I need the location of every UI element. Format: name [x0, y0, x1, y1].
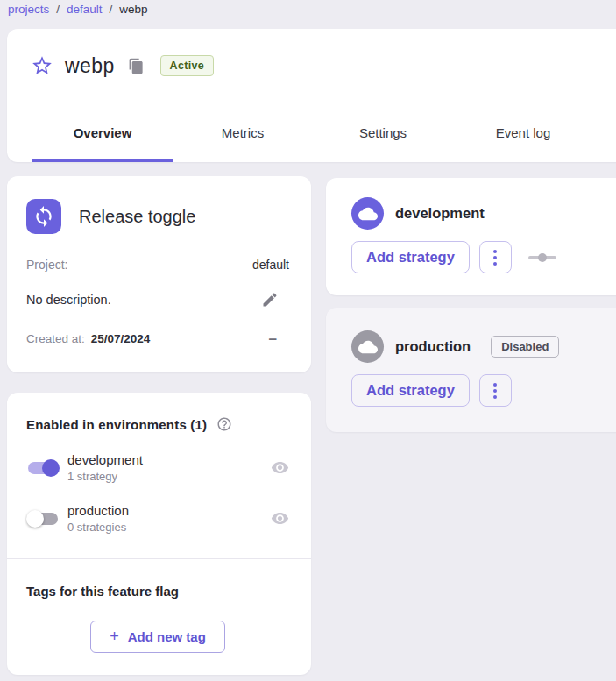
feature-flag-page: projects / default / webp webp Active Ov… — [0, 0, 616, 681]
add-strategy-button[interactable]: Add strategy — [351, 241, 470, 273]
add-new-tag-label: Add new tag — [128, 629, 206, 644]
status-badge: Active — [160, 55, 214, 76]
project-label: Project: — [26, 258, 67, 272]
kebab-menu-icon[interactable] — [479, 374, 512, 407]
environment-strategy-count: 0 strategies — [67, 521, 129, 534]
description-row: No description. — [26, 291, 289, 309]
copy-icon[interactable] — [128, 58, 145, 74]
feature-header-card: webp Active Overview Metrics Settings Ev… — [7, 29, 616, 162]
add-strategy-button[interactable]: Add strategy — [351, 374, 470, 407]
environments-panel-header: Enabled in environments (1) — [26, 416, 289, 432]
breadcrumb-link-projects[interactable]: projects — [8, 3, 49, 16]
environments-panel: Enabled in environments (1) development … — [7, 393, 311, 675]
feature-type-label: Release toggle — [79, 207, 195, 227]
page-title: webp — [65, 54, 115, 78]
tab-settings[interactable]: Settings — [313, 103, 453, 162]
release-toggle-loop-icon — [26, 199, 61, 234]
production-card-header: production Disabled — [351, 330, 616, 363]
environment-name: production — [67, 503, 129, 518]
favorite-star-icon[interactable] — [31, 54, 53, 77]
tab-bar: Overview Metrics Settings Event log — [7, 103, 616, 162]
project-row: Project: default — [26, 258, 289, 272]
cloud-environment-icon — [351, 197, 384, 230]
tab-event-log[interactable]: Event log — [453, 103, 593, 162]
environment-row-texts: production 0 strategies — [67, 503, 129, 534]
production-card-actions: Add strategy — [351, 374, 616, 407]
environments-panel-title: Enabled in environments (1) — [26, 417, 207, 432]
environment-name: development — [67, 452, 143, 467]
plus-icon: + — [110, 628, 119, 646]
disabled-badge: Disabled — [491, 336, 559, 358]
panel-divider — [7, 558, 311, 559]
collapse-button[interactable]: – — [269, 331, 277, 346]
tags-panel-title: Tags for this feature flag — [26, 584, 289, 599]
development-toggle[interactable] — [26, 459, 60, 477]
environment-row-texts: development 1 strategy — [67, 452, 143, 483]
breadcrumb-link-default[interactable]: default — [67, 3, 103, 16]
development-card-actions: Add strategy — [351, 241, 616, 273]
tab-overview[interactable]: Overview — [32, 103, 173, 162]
breadcrumb-separator: / — [110, 3, 113, 16]
tab-metrics[interactable]: Metrics — [173, 103, 313, 162]
created-label: Created at: — [26, 332, 85, 345]
description-text: No description. — [26, 293, 111, 307]
drag-handle-icon — [528, 252, 556, 262]
development-strategy-card: development Add strategy — [326, 178, 616, 295]
production-strategy-card: production Disabled Add strategy — [326, 308, 616, 432]
environment-row-development: development 1 strategy — [26, 452, 289, 483]
visibility-eye-icon[interactable] — [271, 458, 289, 477]
environment-card-name: development — [395, 205, 485, 222]
breadcrumb-separator: / — [56, 3, 60, 16]
breadcrumb-current: webp — [119, 3, 147, 16]
environment-strategy-count: 1 strategy — [67, 470, 143, 483]
edit-pencil-icon[interactable] — [261, 291, 279, 309]
project-value: default — [252, 258, 289, 272]
environment-row-production: production 0 strategies — [26, 503, 289, 534]
visibility-eye-icon[interactable] — [271, 509, 289, 528]
cloud-environment-icon — [351, 330, 384, 363]
created-row: Created at: 25/07/2024 – — [26, 331, 289, 346]
feature-type-row: Release toggle — [26, 199, 289, 234]
kebab-menu-icon[interactable] — [479, 241, 512, 273]
feature-meta-card: Release toggle Project: default No descr… — [7, 176, 311, 372]
breadcrumb: projects / default / webp — [8, 3, 148, 16]
production-toggle[interactable] — [26, 510, 60, 528]
feature-header: webp Active — [7, 29, 616, 103]
add-new-tag-button[interactable]: + Add new tag — [90, 621, 225, 653]
created-value: 25/07/2024 — [91, 332, 151, 345]
help-circle-icon[interactable] — [216, 416, 232, 432]
development-card-header: development — [351, 197, 616, 230]
environment-card-name: production — [395, 338, 471, 355]
